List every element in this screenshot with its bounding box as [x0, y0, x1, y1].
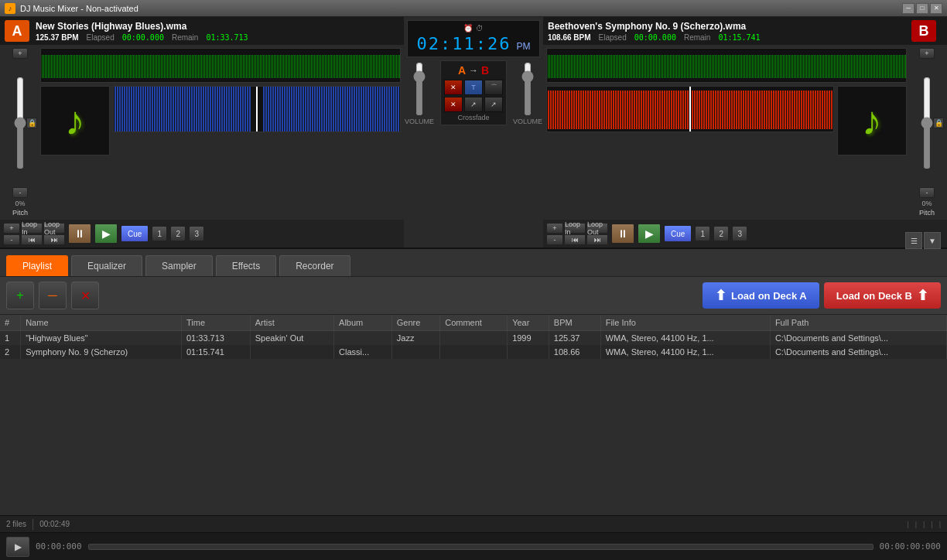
deck-b-controls: + Loop In Loop Out - ⏮ ⏭ ⏸ ▶ Cue 1 2 3	[543, 220, 947, 248]
tab-equalizer[interactable]: Equalizer	[71, 255, 142, 276]
volume-left-label: VOLUME	[405, 118, 434, 125]
deck-b-pause-button[interactable]: ⏸	[611, 224, 634, 244]
total-duration: 00:02:49	[39, 520, 70, 528]
tab-effects[interactable]: Effects	[216, 255, 276, 276]
crossfade-panel: A → B ✕ T ⌒ ✕ ↗ ↗ Crossfade	[440, 60, 507, 125]
deck-a-pause-button[interactable]: ⏸	[68, 224, 91, 244]
deck-b-pitch-minus[interactable]: -	[919, 187, 935, 198]
table-cell: Jazz	[391, 331, 439, 346]
load-deck-a-button[interactable]: ⬆ Load on Deck A	[703, 282, 819, 309]
deck-a-loop-in[interactable]: Loop In	[21, 223, 43, 234]
table-cell	[334, 331, 392, 346]
deck-b-remain-label: Remain	[684, 33, 710, 42]
deck-b-pitch-control: + 🔒 - 0% Pitch	[910, 48, 944, 217]
table-cell: 1	[0, 331, 21, 346]
deck-a-loop-out[interactable]: Loop Out	[43, 223, 65, 234]
cf-btn-red[interactable]: ✕	[444, 80, 463, 95]
cf-btn-red2[interactable]: ✕	[444, 97, 463, 112]
crossfade-label: Crossfade	[444, 114, 503, 121]
deck-b-pitch-plus[interactable]: +	[919, 48, 935, 59]
col-album: Album	[334, 315, 392, 331]
deck-a-pitch-pct: 0%	[15, 200, 25, 207]
deck-a-loop-plus[interactable]: +	[3, 223, 20, 234]
window-controls[interactable]: ─ □ ✕	[902, 3, 942, 14]
title-bar: ♪ DJ Music Mixer - Non-activated ─ □ ✕	[0, 0, 947, 17]
load-deck-a-label: Load on Deck A	[731, 290, 807, 302]
delete-file-button[interactable]: ✕	[71, 282, 99, 309]
list-view-button[interactable]: ☰	[905, 232, 922, 249]
deck-a-pitch-lock[interactable]: 🔒	[26, 118, 37, 128]
deck-b-num2-button[interactable]: 2	[713, 226, 729, 241]
deck-b-bpm: 108.66 BPM	[548, 33, 591, 42]
deck-b-album-art: ♪	[837, 86, 907, 155]
clock-ampm: PM	[517, 41, 531, 52]
volume-right-slider[interactable]	[521, 62, 534, 116]
cf-btn-curve[interactable]: ⌒	[484, 80, 503, 95]
timer-icon: ⏱	[476, 24, 484, 32]
deck-a-waveform-line	[256, 87, 258, 131]
tab-sampler[interactable]: Sampler	[145, 255, 213, 276]
bottom-play-button[interactable]: ▶	[6, 537, 29, 557]
table-body: 1"Highway Blues"01:33.713Speakin' OutJaz…	[0, 331, 947, 360]
deck-b-loop-group: + Loop In Loop Out - ⏮ ⏭	[546, 223, 608, 245]
deck-a-play-button[interactable]: ▶	[94, 224, 118, 244]
tab-recorder[interactable]: Recorder	[279, 255, 350, 276]
load-a-arrow-icon: ⬆	[715, 287, 726, 304]
volume-right-label: VOLUME	[513, 118, 542, 125]
table-row[interactable]: 1"Highway Blues"01:33.713Speakin' OutJaz…	[0, 331, 947, 346]
deck-a-waveform-zoom	[113, 86, 401, 132]
tab-playlist[interactable]: Playlist	[6, 255, 68, 276]
deck-b-loop-minus[interactable]: -	[546, 234, 563, 245]
deck-b-cue-button[interactable]: Cue	[664, 225, 692, 242]
deck-a-waveform-left	[114, 87, 251, 131]
maximize-button[interactable]: □	[916, 3, 928, 14]
deck-a-num2-button[interactable]: 2	[170, 226, 186, 241]
deck-b-forward[interactable]: ⏭	[586, 234, 608, 245]
table-cell	[440, 331, 508, 346]
remove-file-button[interactable]: ─	[39, 282, 67, 309]
deck-b-rewind[interactable]: ⏮	[564, 234, 586, 245]
deck-b-song-name: Beethoven's Symphony No. 9 (Scherzo).wma	[548, 21, 905, 32]
file-count: 2 files	[6, 520, 26, 528]
deck-b-num3-button[interactable]: 3	[732, 226, 747, 241]
deck-a-controls: + Loop In Loop Out - ⏮ ⏭ ⏸ ▶ Cue 1 2 3	[0, 220, 404, 248]
deck-a-rewind[interactable]: ⏮	[21, 234, 43, 245]
cf-btn-t[interactable]: T	[464, 80, 483, 95]
cf-btn-arrow-left[interactable]: ↗	[464, 97, 483, 112]
load-deck-b-button[interactable]: Load on Deck B ⬆	[824, 282, 941, 309]
volume-right-group: VOLUME	[513, 62, 542, 125]
table-row[interactable]: 2Symphony No. 9 (Scherzo)01:15.741Classi…	[0, 345, 947, 359]
crossfade-ab-row: A → B	[444, 64, 503, 77]
close-button[interactable]: ✕	[930, 3, 942, 14]
deck-a-cue-button[interactable]: Cue	[121, 225, 149, 242]
deck-a-loop-row-bottom: - ⏮ ⏭	[3, 234, 65, 245]
minimize-button[interactable]: ─	[902, 3, 915, 14]
add-file-button[interactable]: +	[6, 282, 34, 309]
table-header-row: # Name Time Artist Album Genre Comment Y…	[0, 315, 947, 331]
deck-b-header: Beethoven's Symphony No. 9 (Scherzo).wma…	[543, 17, 947, 45]
table-cell: C:\Documents and Settings\...	[770, 345, 946, 359]
bottom-progress-bar[interactable]	[88, 544, 873, 550]
deck-a-album-art: ♪	[40, 86, 110, 155]
deck-a-pitch-minus[interactable]: -	[12, 187, 28, 198]
main-container: A New Stories (Highway Blues).wma 125.37…	[0, 17, 947, 560]
deck-a-num3-button[interactable]: 3	[189, 226, 204, 241]
expand-button[interactable]: ▼	[924, 232, 941, 249]
deck-b-num1-button[interactable]: 1	[695, 226, 710, 241]
deck-b-loop-plus[interactable]: +	[546, 223, 563, 234]
deck-a-loop-minus[interactable]: -	[3, 234, 20, 245]
volume-left-slider[interactable]	[413, 62, 426, 116]
cf-btn-arrow-right[interactable]: ↗	[484, 97, 503, 112]
col-comment: Comment	[440, 315, 508, 331]
deck-a-pitch-plus[interactable]: +	[12, 48, 28, 59]
deck-b-play-button[interactable]: ▶	[638, 224, 661, 244]
deck-a-song-name: New Stories (Highway Blues).wma	[36, 21, 399, 32]
deck-b-visual: ♪	[546, 48, 907, 217]
deck-a-num1-button[interactable]: 1	[152, 226, 167, 241]
table-cell	[508, 345, 549, 359]
deck-b-loop-in[interactable]: Loop In	[564, 223, 586, 234]
table-cell: Symphony No. 9 (Scherzo)	[21, 345, 182, 359]
deck-b-pitch-lock[interactable]: 🔒	[933, 118, 944, 128]
deck-b-loop-out[interactable]: Loop Out	[586, 223, 608, 234]
deck-a-forward[interactable]: ⏭	[43, 234, 65, 245]
